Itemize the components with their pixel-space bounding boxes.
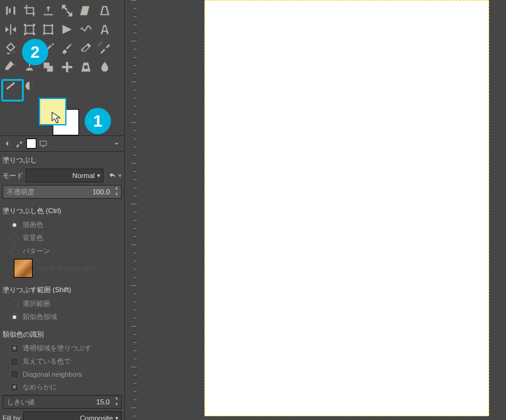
callout-badge-1: 1 [85, 108, 111, 134]
svg-point-16 [98, 45, 100, 46]
monitor-tab-icon[interactable] [38, 138, 49, 149]
svg-point-3 [24, 24, 26, 26]
warp-tool[interactable] [76, 20, 95, 39]
canvas[interactable] [204, 0, 489, 416]
callout-badge-2: 2 [22, 39, 48, 65]
svg-rect-0 [6, 7, 8, 15]
radio-similar-colors[interactable]: 類似色領域 [0, 310, 124, 323]
radio-icon [10, 234, 19, 243]
svg-rect-1 [9, 8, 11, 13]
similar-detect-title: 類似色の識別 [0, 323, 124, 342]
brush-tab-icon[interactable] [13, 138, 24, 149]
flip-tool[interactable] [1, 20, 20, 39]
rotate-tool[interactable] [39, 1, 58, 20]
radio-foreground-color[interactable]: 描画色 [0, 218, 124, 231]
svg-rect-2 [14, 7, 16, 15]
svg-point-10 [43, 33, 46, 35]
scale-tool[interactable] [58, 1, 76, 20]
mode-undo-button[interactable] [106, 169, 120, 182]
check-transparent-fill[interactable]: ×透明領域を塗りつぶす [0, 342, 124, 355]
tab-bar [0, 135, 124, 152]
perspective-clone-tool[interactable] [76, 58, 95, 76]
chevron-down-icon: ▾ [97, 172, 100, 179]
svg-point-5 [24, 33, 26, 36]
spin-down-icon[interactable]: ▾ [112, 402, 121, 408]
check-diagonal-neighbors[interactable]: Diagonal neighbors [0, 368, 124, 381]
fill-by-value: Composite [80, 414, 113, 420]
align-tool[interactable] [1, 1, 20, 20]
bucket-fill-tool[interactable] [1, 39, 20, 58]
fill-by-select[interactable]: Composite ▾ [23, 411, 122, 420]
svg-rect-18 [47, 66, 53, 71]
color-tab-swatch[interactable] [26, 139, 36, 149]
svg-point-11 [51, 33, 54, 35]
svg-rect-7 [45, 26, 53, 34]
tab-back-icon[interactable] [1, 138, 13, 149]
svg-point-6 [33, 33, 36, 36]
mode-select[interactable]: Normal ▾ [26, 169, 103, 182]
perspective-tool[interactable] [95, 1, 114, 20]
vertical-ruler [124, 0, 138, 420]
checkbox-icon: × [10, 344, 19, 353]
paintbrush-tool[interactable] [58, 39, 76, 58]
pattern-preview[interactable] [14, 259, 33, 278]
left-panel: 1 2 塗りつぶし モード Normal ▾ ▾ 不透明度 100.0 ▴▾ 塗… [0, 0, 124, 420]
opacity-slider[interactable]: 不透明度 100.0 ▴▾ [3, 185, 122, 199]
fill-color-title: 塗りつぶし色 (Ctrl) [0, 200, 124, 218]
chevron-down-icon: ▾ [115, 415, 119, 420]
mode-label: モード [3, 171, 23, 181]
checkbox-icon [10, 357, 19, 366]
crop-tool[interactable] [20, 1, 39, 20]
radio-background-color[interactable]: 背景色 [0, 231, 124, 244]
svg-point-15 [102, 42, 103, 43]
svg-rect-23 [40, 141, 46, 145]
svg-point-8 [43, 24, 46, 27]
svg-rect-20 [66, 62, 68, 73]
radio-selection[interactable]: 選択範囲 [0, 297, 124, 310]
text-tool[interactable] [95, 20, 114, 39]
ink-tool[interactable] [1, 58, 20, 76]
blur-tool[interactable] [95, 58, 114, 76]
chevron-down-icon: ▾ [119, 172, 122, 179]
svg-point-14 [100, 43, 101, 45]
canvas-area [137, 0, 506, 420]
radio-icon [10, 247, 19, 256]
cage-tool[interactable] [20, 20, 39, 39]
cursor-icon [51, 112, 61, 124]
check-antialias[interactable]: ×なめらかに [0, 381, 124, 394]
svg-point-9 [51, 24, 54, 27]
tab-menu-icon[interactable] [111, 138, 122, 149]
opacity-value: 100.0 [90, 188, 112, 196]
threshold-value: 15.0 [94, 398, 112, 406]
airbrush-tool[interactable] [95, 39, 114, 58]
fill-range-title: 塗りつぶす範囲 (Shift) [0, 279, 124, 297]
mode-value: Normal [73, 172, 95, 179]
checkbox-icon [10, 370, 19, 379]
heal-tool[interactable] [58, 58, 76, 76]
svg-point-4 [33, 24, 36, 26]
eraser-tool[interactable] [76, 39, 95, 58]
radio-icon [10, 300, 19, 308]
shear-tool[interactable] [76, 1, 95, 20]
svg-rect-24 [42, 146, 45, 147]
checkbox-icon: × [10, 383, 19, 392]
threshold-slider[interactable]: しきい値 15.0 ▴▾ [3, 395, 122, 409]
check-visible-color[interactable]: 見えている色で [0, 355, 124, 368]
spin-down-icon[interactable]: ▾ [112, 192, 121, 198]
radio-icon [10, 221, 19, 229]
callout-ring-2 [1, 79, 24, 102]
pattern-name: Wood of some sort [36, 265, 94, 272]
threshold-label: しきい値 [3, 397, 94, 407]
tool-options-title: 塗りつぶし [0, 152, 124, 167]
radio-icon [10, 313, 19, 322]
fill-by-label: Fill by [3, 414, 21, 420]
unified-transform-tool[interactable] [39, 20, 58, 39]
opacity-label: 不透明度 [3, 187, 90, 197]
handle-transform-tool[interactable] [58, 20, 76, 39]
svg-rect-21 [84, 65, 88, 69]
radio-pattern[interactable]: パターン [0, 244, 124, 258]
